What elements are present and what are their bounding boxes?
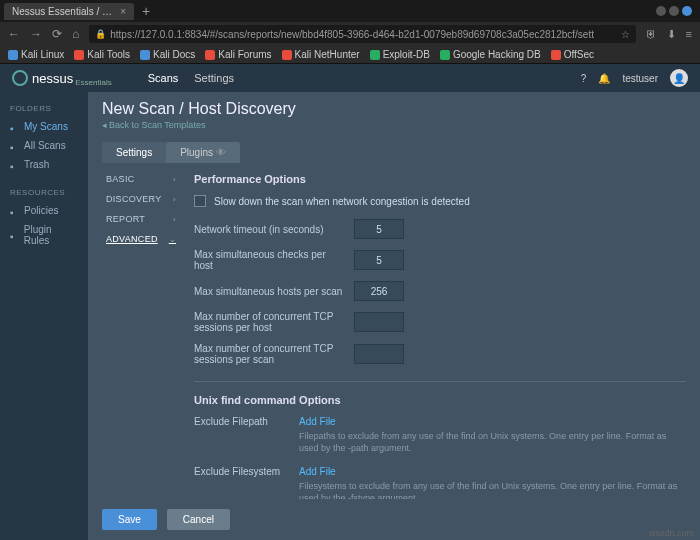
divider: [194, 381, 686, 382]
lock-icon: 🔒: [95, 29, 106, 39]
watermark: wsxdn.com: [649, 528, 694, 538]
field-label: Max simultaneous hosts per scan: [194, 286, 344, 297]
resources-header: RESOURCES: [0, 184, 88, 201]
subnav-advanced[interactable]: ADVANCED⌄: [102, 229, 180, 249]
checkbox-icon[interactable]: [194, 195, 206, 207]
bookmark-item[interactable]: Kali Linux: [8, 49, 64, 60]
field-input[interactable]: [354, 344, 404, 364]
bookmark-icon: [370, 50, 380, 60]
resource-icon: ▪: [10, 231, 18, 239]
sidebar-item[interactable]: ▪Policies: [0, 201, 88, 220]
performance-title: Performance Options: [194, 173, 686, 185]
bookmark-icon: [8, 50, 18, 60]
bookmark-item[interactable]: Kali Tools: [74, 49, 130, 60]
file-label: Exclude Filepath: [194, 416, 289, 427]
add-file-link[interactable]: Add File: [299, 466, 336, 477]
form-row: Max simultaneous hosts per scan: [194, 281, 686, 301]
bookmark-icon: [74, 50, 84, 60]
slowdown-checkbox-row[interactable]: Slow down the scan when network congesti…: [194, 195, 686, 207]
tabs: SettingsPlugins👁: [88, 134, 700, 163]
bookmark-icon: [205, 50, 215, 60]
add-file-link[interactable]: Add File: [299, 416, 336, 427]
sidebar: FOLDERS ▪My Scans▪All Scans▪Trash RESOUR…: [0, 92, 88, 540]
bookmark-item[interactable]: Kali Forums: [205, 49, 271, 60]
new-tab-button[interactable]: +: [142, 3, 150, 19]
bookmark-star-icon[interactable]: ☆: [621, 29, 630, 40]
forward-icon[interactable]: →: [30, 27, 42, 41]
bookmark-item[interactable]: Exploit-DB: [370, 49, 430, 60]
logo-icon: [12, 70, 28, 86]
bookmark-icon: [551, 50, 561, 60]
chevron-icon: ⌄: [169, 235, 176, 244]
folders-header: FOLDERS: [0, 100, 88, 117]
save-button[interactable]: Save: [102, 509, 157, 530]
field-input[interactable]: [354, 250, 404, 270]
bookmarks-bar: Kali LinuxKali ToolsKali DocsKali Forums…: [0, 46, 700, 64]
folder-icon: ▪: [10, 161, 18, 169]
notifications-icon[interactable]: 🔔: [598, 73, 610, 84]
field-label: Max number of concurrent TCP sessions pe…: [194, 343, 344, 365]
download-icon[interactable]: ⬇: [667, 28, 676, 41]
bookmark-item[interactable]: Kali Docs: [140, 49, 195, 60]
tab-settings[interactable]: Settings: [102, 142, 166, 163]
brand-name: nessus: [32, 71, 73, 86]
tab-bar: Nessus Essentials / Scan... × +: [0, 0, 700, 22]
form-row: Max number of concurrent TCP sessions pe…: [194, 311, 686, 333]
top-nav-item[interactable]: Scans: [148, 64, 179, 92]
subnav-basic[interactable]: BASIC›: [102, 169, 180, 189]
file-row: Exclude FilepathAdd FileFilepaths to exc…: [194, 416, 686, 454]
subnav-report[interactable]: REPORT›: [102, 209, 180, 229]
folder-icon: ▪: [10, 142, 18, 150]
back-icon[interactable]: ←: [8, 27, 20, 41]
folder-icon: ▪: [10, 123, 18, 131]
top-nav-item[interactable]: Settings: [194, 64, 234, 92]
field-label: Network timeout (in seconds): [194, 224, 344, 235]
brand-sub: Essentials: [75, 78, 111, 87]
file-desc: Filesystems to exclude from any use of t…: [299, 481, 686, 499]
sidebar-item[interactable]: ▪My Scans: [0, 117, 88, 136]
form-row: Max simultaneous checks per host: [194, 249, 686, 271]
home-icon[interactable]: ⌂: [72, 27, 79, 41]
back-link[interactable]: ◂ Back to Scan Templates: [102, 120, 205, 130]
file-label: Exclude Filesystem: [194, 466, 289, 477]
username[interactable]: testuser: [622, 73, 658, 84]
bookmark-icon: [440, 50, 450, 60]
footer: Save Cancel: [88, 499, 700, 540]
app-header: nessus Essentials ScansSettings ? 🔔 test…: [0, 64, 700, 92]
top-nav: ScansSettings: [148, 64, 234, 92]
address-bar: ← → ⟳ ⌂ 🔒 https://127.0.0.1:8834/#/scans…: [0, 22, 700, 46]
file-desc: Filepaths to exclude from any use of the…: [299, 431, 686, 454]
url-text: https://127.0.0.1:8834/#/scans/reports/n…: [110, 29, 620, 40]
browser-tab[interactable]: Nessus Essentials / Scan... ×: [4, 3, 134, 20]
help-icon[interactable]: ?: [581, 73, 587, 84]
resource-icon: ▪: [10, 207, 18, 215]
window-controls[interactable]: [656, 6, 696, 16]
field-input[interactable]: [354, 312, 404, 332]
sidebar-item[interactable]: ▪Trash: [0, 155, 88, 174]
sidebar-item[interactable]: ▪Plugin Rules: [0, 220, 88, 250]
tab-plugins[interactable]: Plugins👁: [166, 142, 240, 163]
field-input[interactable]: [354, 219, 404, 239]
bookmark-item[interactable]: OffSec: [551, 49, 594, 60]
tab-title: Nessus Essentials / Scan...: [12, 6, 114, 17]
url-input[interactable]: 🔒 https://127.0.0.1:8834/#/scans/reports…: [89, 25, 635, 43]
sidebar-item[interactable]: ▪All Scans: [0, 136, 88, 155]
subnav-discovery[interactable]: DISCOVERY›: [102, 189, 180, 209]
bookmark-item[interactable]: Google Hacking DB: [440, 49, 541, 60]
file-row: Exclude FilesystemAdd FileFilesystems to…: [194, 466, 686, 499]
avatar[interactable]: 👤: [670, 69, 688, 87]
close-icon[interactable]: ×: [120, 6, 126, 17]
cancel-button[interactable]: Cancel: [167, 509, 230, 530]
logo[interactable]: nessus Essentials: [12, 70, 112, 87]
shield-icon[interactable]: ⛨: [646, 28, 657, 41]
bookmark-item[interactable]: Kali NetHunter: [282, 49, 360, 60]
main-panel: New Scan / Host Discovery ◂ Back to Scan…: [88, 92, 700, 540]
chevron-icon: ›: [173, 175, 176, 184]
chevron-icon: ›: [173, 215, 176, 224]
reload-icon[interactable]: ⟳: [52, 27, 62, 41]
page-title: New Scan / Host Discovery: [102, 100, 686, 118]
form-row: Network timeout (in seconds): [194, 219, 686, 239]
menu-icon[interactable]: ≡: [686, 28, 692, 41]
field-input[interactable]: [354, 281, 404, 301]
form-row: Max number of concurrent TCP sessions pe…: [194, 343, 686, 365]
